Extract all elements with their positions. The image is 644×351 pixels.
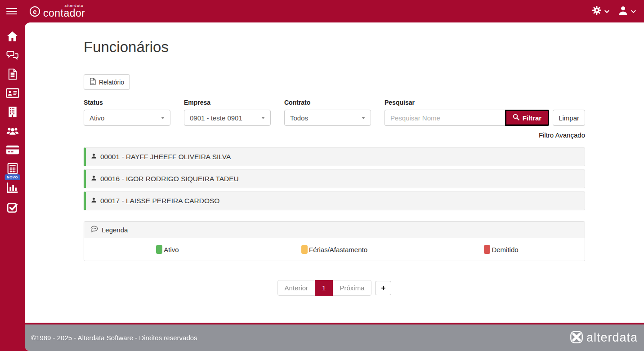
chevron-down-icon [362,117,365,119]
pesquisar-label: Pesquisar [385,99,585,106]
novo-badge: NOVO [4,174,20,180]
empresa-select[interactable]: 0901 - teste 0901 [184,110,271,126]
pagination-prev-button[interactable]: Anterior [277,280,316,296]
legend-panel: Legenda Ativo Férias/Afastamento [84,221,585,261]
report-file-icon [89,78,96,86]
chevron-down-icon [604,7,609,15]
sidebar-item-documents[interactable] [0,65,25,84]
users-icon [6,125,19,136]
advanced-filter-link[interactable]: Filtro Avançado [539,131,585,139]
settings-menu[interactable] [590,3,611,19]
bar-chart-icon [6,182,18,193]
footer: ©1989 - 2025 - Alterdata Software - Dire… [25,323,644,351]
top-bar: e alterdata contador [0,0,644,22]
empresa-label: Empresa [184,99,271,106]
sidebar-item-home[interactable] [0,27,25,46]
person-icon [91,153,97,161]
employee-row[interactable]: 00016 - IGOR RODRIGO SIQUEIRA TADEU [84,169,585,188]
sidebar-item-chat[interactable] [0,46,25,65]
chevron-down-icon [631,7,636,15]
id-card-icon [6,88,19,98]
pagination-next-button[interactable]: Próxima [332,280,371,296]
chat-icon [6,50,19,61]
content-wrapper: Funcionários Relatório Status Ativo [25,22,644,351]
sidebar-item-company[interactable] [0,102,25,121]
alterdata-x-icon [568,329,585,347]
contrato-label: Contrato [284,99,371,106]
sidebar-item-users[interactable] [0,121,25,140]
report-button-label: Relatório [99,79,124,86]
filter-button-label: Filtrar [523,114,542,122]
sidebar-item-employee-card[interactable] [0,84,25,102]
sidebar-item-calculator[interactable]: NOVO [0,159,25,178]
employee-row-label: 00001 - RAYFF JHEEFF OLIVEIRA SILVA [100,153,231,161]
contador-logo[interactable]: e alterdata contador [30,4,85,18]
user-icon [617,5,629,18]
brand-label: contador [43,8,85,18]
search-icon [513,114,519,122]
check-square-icon [6,201,18,213]
legend-title: Legenda [102,226,128,234]
sidebar-item-tasks[interactable] [0,198,25,217]
status-select-value: Ativo [89,114,104,122]
title-divider [84,65,585,65]
home-icon [6,31,18,42]
employee-row-label: 00016 - IGOR RODRIGO SIQUEIRA TADEU [100,175,239,183]
search-input[interactable] [385,110,505,126]
pagination-page-1-button[interactable]: 1 [315,280,333,296]
legend-swatch-orange [301,245,308,254]
person-icon [91,175,97,183]
legend-label: Demitido [492,246,518,253]
comment-icon [90,226,98,234]
sidebar-item-payments[interactable] [0,140,25,159]
page-title: Funcionários [84,22,585,56]
legend-item-demitido: Demitido [484,245,518,254]
alterdata-brand-label: alterdata [586,331,638,345]
calculator-icon [7,163,18,174]
report-button[interactable]: Relatório [84,74,130,90]
user-menu[interactable] [616,3,638,20]
legend-label: Ativo [164,246,179,253]
employee-list: 00001 - RAYFF JHEEFF OLIVEIRA SILVA 0001… [84,147,585,210]
status-label: Status [84,99,170,106]
legend-label: Férias/Afastamento [309,246,367,253]
main-area: Funcionários Relatório Status Ativo [25,22,644,323]
chevron-down-icon [161,117,165,119]
document-icon [7,68,18,80]
pagination: Anterior 1 Próxima + [84,280,585,296]
legend-swatch-red [484,245,490,254]
status-select[interactable]: Ativo [84,110,170,126]
chevron-down-icon [261,117,265,119]
contrato-select[interactable]: Todos [284,110,371,126]
clear-button[interactable]: Limpar [553,110,585,126]
building-icon [7,106,18,118]
person-icon [91,197,97,205]
employee-row-label: 00017 - LAISSE PEREIRA CARDOSO [100,197,219,205]
employee-row[interactable]: 00017 - LAISSE PEREIRA CARDOSO [84,191,585,210]
contrato-select-value: Todos [290,114,308,122]
legend-item-ferias: Férias/Afastamento [301,245,367,254]
hamburger-menu-icon[interactable] [6,8,17,14]
sidebar-item-reports[interactable] [0,178,25,197]
alterdata-logo: alterdata [568,329,638,347]
legend-item-ativo: Ativo [156,245,179,254]
legend-swatch-green [156,245,162,254]
filter-button[interactable]: Filtrar [505,110,550,126]
pagination-add-button[interactable]: + [375,281,391,295]
employee-row[interactable]: 00001 - RAYFF JHEEFF OLIVEIRA SILVA [84,147,585,166]
sidebar-nav: NOVO [0,22,25,351]
logo-e-icon: e [30,6,40,17]
credit-card-icon [6,145,19,155]
gear-icon [591,5,602,18]
copyright-text: ©1989 - 2025 - Alterdata Software - Dire… [31,334,197,342]
empresa-select-value: 0901 - teste 0901 [190,114,242,122]
